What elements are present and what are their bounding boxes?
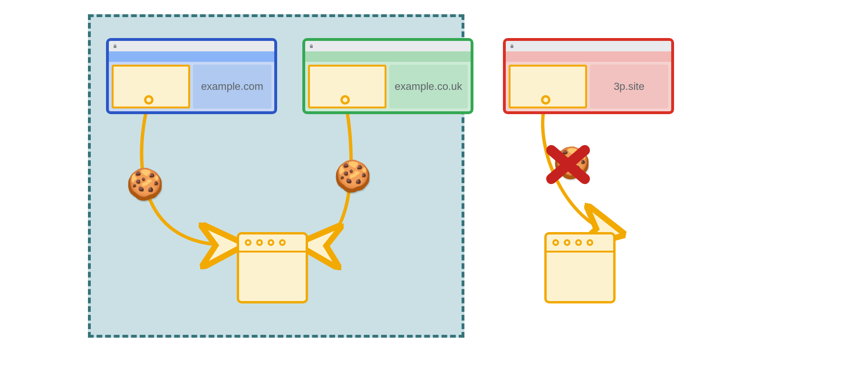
browser-3p-domain-pane: 3p.site: [590, 65, 668, 108]
window-dot-icon: [279, 239, 286, 246]
window-dot-icon: [268, 239, 274, 246]
lock-icon: [113, 44, 117, 49]
anchor-ring-3p: [541, 95, 550, 105]
browser-b-addressbar: [305, 41, 471, 51]
browser-3p-addressbar: [506, 41, 671, 51]
server-first-party: [237, 232, 308, 303]
window-dot-icon: [564, 239, 570, 246]
browser-3p-toolbar: [506, 51, 671, 62]
lock-icon: [309, 44, 314, 49]
window-dot-icon: [552, 239, 559, 246]
server-first-party-titlebar: [239, 234, 306, 253]
browser-b-domain-pane: example.co.uk: [389, 65, 468, 108]
browser-a-domain-label: example.com: [201, 80, 263, 93]
window-dot-icon: [256, 239, 263, 246]
anchor-ring-b: [340, 95, 350, 105]
window-dot-icon: [575, 239, 582, 246]
lock-icon: [510, 44, 514, 49]
window-dot-icon: [587, 239, 593, 246]
cookie-icon: 🍪: [334, 161, 372, 191]
browser-a: example.com: [106, 38, 277, 114]
browser-a-addressbar: [109, 41, 274, 51]
browser-b-toolbar: [305, 51, 471, 62]
server-third-party: [544, 232, 616, 303]
cookie-icon: 🍪: [126, 169, 164, 199]
anchor-ring-a: [144, 95, 154, 105]
browser-3p-domain-label: 3p.site: [614, 80, 645, 93]
server-third-party-titlebar: [547, 234, 613, 253]
diagram-stage: example.com example.co.uk 3p.site: [0, 0, 868, 390]
browser-b: example.co.uk: [302, 38, 473, 114]
browser-3p: 3p.site: [503, 38, 674, 114]
browser-a-domain-pane: example.com: [193, 65, 271, 108]
window-dot-icon: [245, 239, 251, 246]
browser-b-domain-label: example.co.uk: [395, 80, 462, 93]
browser-a-toolbar: [109, 51, 274, 62]
cookie-icon: 🍪: [553, 147, 591, 178]
